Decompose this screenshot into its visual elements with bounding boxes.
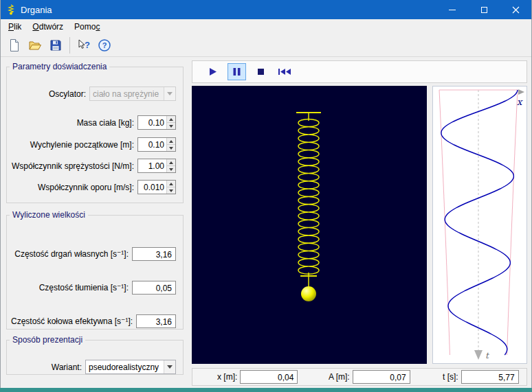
app-icon	[5, 4, 16, 15]
oscillating-ball	[301, 286, 316, 301]
displacement-readout: x [m]: 0,04	[217, 370, 298, 384]
help-icon: ?	[98, 38, 111, 52]
spin-down-button[interactable]	[167, 123, 175, 129]
presentation-mode-group: Sposób prezentacji Wariant: pseudorealis…	[6, 335, 184, 375]
menu-odtworz[interactable]: Odtwórz	[27, 20, 69, 34]
time-readout: t [s]: 5,77	[443, 370, 519, 384]
close-icon	[512, 6, 520, 14]
toolbar-separator	[69, 37, 70, 54]
mass-label: Masa ciała [kg]:	[77, 118, 134, 128]
damping-frequency-value: 0,05	[132, 281, 176, 295]
experiment-parameters-group: Parametry doświadczenia Oscylator: ciało…	[6, 62, 184, 203]
oscillator-label: Oscylator:	[49, 89, 86, 99]
effective-frequency-label: Częstość kołowa efektywna [s⁻¹]:	[11, 316, 133, 326]
spin-down-button[interactable]	[167, 145, 175, 151]
damping-coefficient-label: Współczynnik oporu [m/s]:	[38, 183, 134, 192]
spring-constant-label: Współczynnik sprężystości [N/m]:	[12, 161, 134, 171]
desktop-edge	[0, 388, 532, 392]
natural-frequency-label: Częstość drgań własnych [s⁻¹]:	[14, 249, 129, 259]
spin-down-button[interactable]	[167, 187, 175, 194]
spin-up-button[interactable]	[167, 116, 175, 123]
envelope-left	[439, 90, 450, 355]
save-file-button[interactable]	[45, 36, 66, 55]
window-title: Drgania	[21, 5, 52, 15]
context-help-icon: ?	[77, 38, 91, 52]
x-readout-value: 0,04	[240, 370, 298, 384]
chevron-down-icon	[164, 87, 175, 100]
titlebar: Drgania	[1, 0, 531, 19]
chevron-down-icon	[164, 360, 175, 373]
t-readout-label: t [s]:	[443, 372, 458, 382]
simulation-view	[192, 86, 427, 364]
minimize-button[interactable]	[436, 0, 468, 19]
oscillator-select[interactable]: ciało na sprężynie	[89, 87, 176, 101]
x-axis-label: x	[517, 97, 523, 107]
variant-select[interactable]: pseudorealistyczny	[85, 360, 176, 374]
open-folder-icon	[28, 38, 42, 52]
stop-icon	[256, 67, 265, 76]
rewind-icon	[278, 67, 292, 76]
effective-frequency-value: 3,16	[136, 314, 176, 328]
spring	[296, 113, 321, 286]
pause-button[interactable]	[228, 63, 246, 80]
play-icon	[208, 67, 217, 76]
displacement-graph: x t	[432, 86, 527, 364]
t-readout-value: 5,77	[461, 370, 519, 384]
new-document-icon	[8, 38, 21, 52]
menu-pomoc[interactable]: Pomoc	[69, 20, 105, 34]
x-axis-arrow-icon	[518, 89, 524, 95]
a-readout-value: 0,07	[353, 370, 410, 384]
stop-button[interactable]	[252, 63, 270, 80]
help-button[interactable]: ?	[94, 36, 115, 55]
svg-text:?: ?	[102, 41, 107, 49]
spin-up-button[interactable]	[167, 181, 175, 187]
mass-spinner[interactable]: 0.10	[137, 115, 176, 130]
spring-constant-spinner[interactable]: 1.00	[137, 159, 176, 173]
play-button[interactable]	[203, 63, 222, 80]
save-icon	[49, 38, 63, 52]
damping-coefficient-spinner[interactable]: 0.010	[137, 180, 176, 194]
envelope-right	[507, 90, 518, 355]
variant-label: Wariant:	[52, 362, 82, 372]
spring-coils	[298, 119, 319, 274]
menubar: Plik Odtwórz Pomoc	[1, 19, 531, 34]
app-window: Drgania Plik Odtwórz Pomoc	[0, 0, 532, 388]
a-readout-label: A [m]:	[329, 372, 350, 382]
rewind-button[interactable]	[276, 63, 294, 80]
toolbar: ? ?	[1, 34, 531, 57]
pause-icon	[232, 67, 241, 76]
new-document-button[interactable]	[4, 36, 25, 55]
maximize-button[interactable]	[468, 0, 500, 19]
playback-toolbar	[192, 60, 527, 83]
spin-up-button[interactable]	[167, 159, 175, 166]
computed-quantities-group: Wyliczone wielkości Częstość drgań własn…	[6, 210, 184, 330]
t-axis-label: t	[485, 351, 489, 360]
amplitude-readout: A [m]: 0,07	[329, 370, 410, 384]
window-controls	[436, 0, 531, 19]
context-help-button[interactable]: ?	[74, 36, 94, 55]
maximize-icon	[481, 7, 487, 13]
t-axis-arrow-icon	[474, 350, 483, 360]
damping-frequency-label: Częstość tłumienia [s⁻¹]:	[39, 283, 129, 292]
initial-displacement-label: Wychylenie początkowe [m]:	[30, 140, 134, 150]
group-title: Parametry doświadczenia	[10, 62, 109, 71]
svg-text:?: ?	[85, 40, 90, 50]
natural-frequency-value: 3,16	[132, 247, 176, 261]
minimize-icon	[449, 10, 456, 10]
initial-displacement-spinner[interactable]: 0.10	[137, 137, 176, 152]
group-title: Sposób prezentacji	[10, 335, 85, 345]
spin-down-button[interactable]	[167, 166, 175, 172]
menu-plik[interactable]: Plik	[3, 20, 27, 34]
open-file-button[interactable]	[25, 36, 45, 55]
spin-up-button[interactable]	[167, 138, 175, 145]
statusbar: x [m]: 0,04 A [m]: 0,07 t [s]: 5,77	[192, 368, 527, 386]
x-readout-label: x [m]:	[217, 372, 237, 382]
close-button[interactable]	[500, 0, 531, 19]
displacement-curve	[441, 90, 518, 355]
group-title: Wyliczone wielkości	[10, 210, 88, 220]
